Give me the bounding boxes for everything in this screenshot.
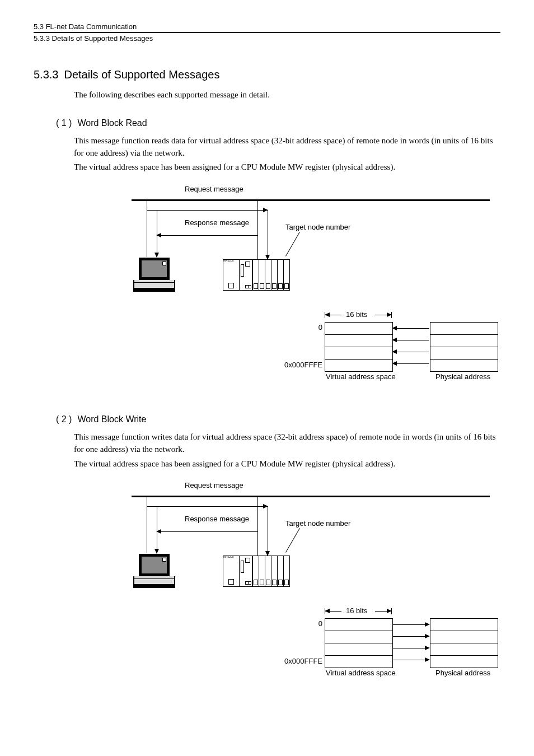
- sub2-title: ( 2 ) Word Block Write: [56, 414, 500, 424]
- fig-arrow-down-icon: [268, 506, 268, 556]
- sub1-p1: This message function reads data for vir…: [74, 135, 500, 160]
- fig-16bits-label: 16 bits: [346, 310, 367, 319]
- addr-0: 0: [313, 619, 322, 628]
- sub2-p2: The virtual address space has been assig…: [74, 458, 500, 470]
- fig-arrow-right-icon: [147, 506, 268, 507]
- controller-icon: MP2200: [223, 556, 290, 587]
- fig-arrow-left-icon: [157, 531, 257, 532]
- addr-end: 0x000FFFE: [279, 657, 322, 665]
- virtual-address-table: [325, 322, 393, 372]
- req-vline-left: [147, 497, 147, 553]
- header-subsection: 5.3.3 Details of Supported Messages: [34, 33, 500, 43]
- controller-label: MP2200: [223, 259, 235, 262]
- laptop-icon: [133, 258, 177, 293]
- sub2-p1: This message function writes data for vi…: [74, 431, 500, 456]
- fig-request-label: Request message: [185, 481, 243, 489]
- physical-address-table: [430, 618, 498, 668]
- pa-label: Physical address: [435, 669, 490, 677]
- callout-line: [285, 528, 300, 553]
- sub2-num: ( 2 ): [56, 414, 72, 424]
- map-arrow-icon: [392, 648, 429, 648]
- fig-16bits-label: 16 bits: [346, 606, 367, 615]
- header-chapter: 5.3 FL-net Data Communication: [34, 22, 500, 33]
- section-title: 5.3.3 Details of Supported Messages: [34, 68, 500, 81]
- map-arrow-icon: [392, 328, 429, 329]
- fig-response-label: Response message: [185, 218, 249, 227]
- figure-read: Request message Response message Target …: [101, 185, 509, 398]
- sub1-p2: The virtual address space has been assig…: [74, 161, 500, 174]
- map-arrow-icon: [392, 660, 429, 660]
- section-title-text: Details of Supported Messages: [64, 68, 219, 81]
- section-number: 5.3.3: [34, 68, 58, 81]
- map-arrow-icon: [392, 363, 429, 364]
- sub1-title-text: Word Block Read: [77, 118, 147, 128]
- pa-label: Physical address: [435, 372, 490, 381]
- map-arrow-icon: [392, 636, 429, 637]
- controller-icon: MP2200: [223, 259, 290, 291]
- sub2-title-text: Word Block Write: [77, 414, 146, 424]
- virtual-address-table: [325, 618, 393, 668]
- section-intro: The following describes each supported m…: [74, 89, 500, 101]
- fig-target-label: Target node number: [285, 519, 350, 528]
- map-arrow-icon: [392, 352, 429, 352]
- laptop-icon: [133, 554, 177, 590]
- sub1-title: ( 1 ) Word Block Read: [56, 118, 500, 128]
- fig-arrow-down-icon: [268, 210, 268, 259]
- addr-end: 0x000FFFE: [279, 361, 322, 369]
- page-header: 5.3 FL-net Data Communication 5.3.3 Deta…: [34, 22, 500, 43]
- addr-0: 0: [313, 323, 322, 332]
- va-label: Virtual address space: [326, 372, 396, 381]
- map-arrow-icon: [392, 340, 429, 340]
- req-vline-left: [147, 201, 147, 257]
- fig-response-label: Response message: [185, 515, 249, 523]
- figure-write: Request message Response message Target …: [101, 481, 509, 694]
- callout-line: [285, 232, 300, 256]
- fig-request-label: Request message: [185, 185, 243, 193]
- fig-arrow-left-icon: [157, 235, 257, 236]
- map-arrow-icon: [392, 624, 429, 625]
- physical-address-table: [430, 322, 498, 372]
- network-line: [132, 496, 490, 497]
- controller-label: MP2200: [223, 555, 235, 558]
- va-label: Virtual address space: [326, 669, 396, 677]
- fig-arrow-right-icon: [147, 210, 268, 211]
- sub1-num: ( 1 ): [56, 118, 72, 128]
- network-line: [132, 199, 490, 201]
- fig-target-label: Target node number: [285, 223, 350, 231]
